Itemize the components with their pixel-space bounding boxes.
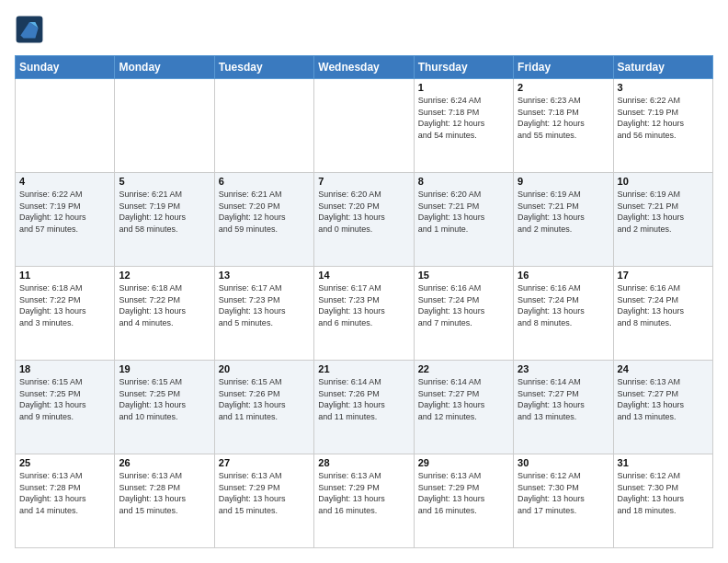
calendar-cell: 27Sunrise: 6:13 AM Sunset: 7:29 PM Dayli…: [214, 454, 313, 548]
day-info: Sunrise: 6:22 AM Sunset: 7:19 PM Dayligh…: [618, 95, 709, 141]
day-number: 28: [318, 457, 409, 468]
day-info: Sunrise: 6:15 AM Sunset: 7:26 PM Dayligh…: [219, 376, 310, 422]
day-info: Sunrise: 6:19 AM Sunset: 7:21 PM Dayligh…: [518, 189, 609, 235]
day-number: 9: [518, 176, 609, 187]
calendar-cell: [115, 79, 214, 173]
day-number: 23: [518, 363, 609, 374]
day-header-thursday: Thursday: [414, 56, 513, 79]
calendar-cell: 29Sunrise: 6:13 AM Sunset: 7:29 PM Dayli…: [414, 454, 513, 548]
calendar-cell: 3Sunrise: 6:22 AM Sunset: 7:19 PM Daylig…: [613, 79, 712, 173]
day-header-friday: Friday: [514, 56, 613, 79]
day-number: 25: [19, 457, 110, 468]
day-header-sunday: Sunday: [16, 56, 115, 79]
day-number: 13: [219, 270, 310, 281]
day-number: 17: [618, 270, 709, 281]
day-number: 15: [418, 270, 509, 281]
calendar-cell: 16Sunrise: 6:16 AM Sunset: 7:24 PM Dayli…: [514, 267, 613, 361]
day-info: Sunrise: 6:15 AM Sunset: 7:25 PM Dayligh…: [119, 376, 210, 422]
calendar-cell: 1Sunrise: 6:24 AM Sunset: 7:18 PM Daylig…: [414, 79, 513, 173]
day-info: Sunrise: 6:17 AM Sunset: 7:23 PM Dayligh…: [219, 282, 310, 328]
day-info: Sunrise: 6:23 AM Sunset: 7:18 PM Dayligh…: [518, 95, 609, 141]
calendar-cell: 7Sunrise: 6:20 AM Sunset: 7:20 PM Daylig…: [314, 173, 414, 267]
day-info: Sunrise: 6:16 AM Sunset: 7:24 PM Dayligh…: [418, 282, 509, 328]
calendar-cell: 5Sunrise: 6:21 AM Sunset: 7:19 PM Daylig…: [115, 173, 214, 267]
day-info: Sunrise: 6:13 AM Sunset: 7:28 PM Dayligh…: [19, 470, 110, 516]
day-info: Sunrise: 6:18 AM Sunset: 7:22 PM Dayligh…: [19, 282, 110, 328]
calendar-cell: 28Sunrise: 6:13 AM Sunset: 7:29 PM Dayli…: [314, 454, 414, 548]
day-info: Sunrise: 6:20 AM Sunset: 7:21 PM Dayligh…: [418, 189, 509, 235]
header: [15, 15, 713, 44]
calendar-header-row: SundayMondayTuesdayWednesdayThursdayFrid…: [16, 56, 713, 79]
calendar-cell: 15Sunrise: 6:16 AM Sunset: 7:24 PM Dayli…: [414, 267, 513, 361]
day-number: 29: [418, 457, 509, 468]
day-info: Sunrise: 6:21 AM Sunset: 7:19 PM Dayligh…: [119, 189, 210, 235]
day-info: Sunrise: 6:12 AM Sunset: 7:30 PM Dayligh…: [618, 470, 709, 516]
day-number: 14: [318, 270, 409, 281]
day-number: 24: [618, 363, 709, 374]
calendar-cell: 14Sunrise: 6:17 AM Sunset: 7:23 PM Dayli…: [314, 267, 414, 361]
day-number: 6: [219, 176, 310, 187]
day-info: Sunrise: 6:12 AM Sunset: 7:30 PM Dayligh…: [518, 470, 609, 516]
day-number: 19: [119, 363, 210, 374]
day-number: 30: [518, 457, 609, 468]
day-info: Sunrise: 6:17 AM Sunset: 7:23 PM Dayligh…: [318, 282, 409, 328]
day-info: Sunrise: 6:24 AM Sunset: 7:18 PM Dayligh…: [418, 95, 509, 141]
day-number: 11: [19, 270, 110, 281]
calendar-cell: 11Sunrise: 6:18 AM Sunset: 7:22 PM Dayli…: [16, 267, 115, 361]
calendar-cell: [314, 79, 414, 173]
calendar-cell: 26Sunrise: 6:13 AM Sunset: 7:28 PM Dayli…: [115, 454, 214, 548]
day-header-monday: Monday: [115, 56, 214, 79]
calendar-cell: 10Sunrise: 6:19 AM Sunset: 7:21 PM Dayli…: [613, 173, 712, 267]
day-number: 2: [518, 82, 609, 93]
day-number: 7: [318, 176, 409, 187]
day-number: 26: [119, 457, 210, 468]
calendar-cell: 24Sunrise: 6:13 AM Sunset: 7:27 PM Dayli…: [613, 361, 712, 454]
day-info: Sunrise: 6:13 AM Sunset: 7:29 PM Dayligh…: [219, 470, 310, 516]
day-info: Sunrise: 6:16 AM Sunset: 7:24 PM Dayligh…: [618, 282, 709, 328]
day-number: 5: [119, 176, 210, 187]
day-info: Sunrise: 6:15 AM Sunset: 7:25 PM Dayligh…: [19, 376, 110, 422]
calendar-cell: 25Sunrise: 6:13 AM Sunset: 7:28 PM Dayli…: [16, 454, 115, 548]
calendar-cell: 19Sunrise: 6:15 AM Sunset: 7:25 PM Dayli…: [115, 361, 214, 454]
calendar-cell: 20Sunrise: 6:15 AM Sunset: 7:26 PM Dayli…: [214, 361, 313, 454]
day-info: Sunrise: 6:22 AM Sunset: 7:19 PM Dayligh…: [19, 189, 110, 235]
page: SundayMondayTuesdayWednesdayThursdayFrid…: [0, 0, 728, 563]
calendar-cell: 17Sunrise: 6:16 AM Sunset: 7:24 PM Dayli…: [613, 267, 712, 361]
calendar-week-2: 4Sunrise: 6:22 AM Sunset: 7:19 PM Daylig…: [16, 173, 713, 267]
day-header-tuesday: Tuesday: [214, 56, 313, 79]
calendar-cell: 9Sunrise: 6:19 AM Sunset: 7:21 PM Daylig…: [514, 173, 613, 267]
day-info: Sunrise: 6:19 AM Sunset: 7:21 PM Dayligh…: [618, 189, 709, 235]
calendar-cell: 13Sunrise: 6:17 AM Sunset: 7:23 PM Dayli…: [214, 267, 313, 361]
calendar-cell: 30Sunrise: 6:12 AM Sunset: 7:30 PM Dayli…: [514, 454, 613, 548]
day-number: 10: [618, 176, 709, 187]
calendar-cell: 21Sunrise: 6:14 AM Sunset: 7:26 PM Dayli…: [314, 361, 414, 454]
day-info: Sunrise: 6:13 AM Sunset: 7:27 PM Dayligh…: [618, 376, 709, 422]
day-header-wednesday: Wednesday: [314, 56, 414, 79]
calendar-cell: 22Sunrise: 6:14 AM Sunset: 7:27 PM Dayli…: [414, 361, 513, 454]
day-info: Sunrise: 6:14 AM Sunset: 7:27 PM Dayligh…: [518, 376, 609, 422]
day-info: Sunrise: 6:20 AM Sunset: 7:20 PM Dayligh…: [318, 189, 409, 235]
calendar-cell: 2Sunrise: 6:23 AM Sunset: 7:18 PM Daylig…: [514, 79, 613, 173]
day-info: Sunrise: 6:16 AM Sunset: 7:24 PM Dayligh…: [518, 282, 609, 328]
calendar-week-3: 11Sunrise: 6:18 AM Sunset: 7:22 PM Dayli…: [16, 267, 713, 361]
calendar-cell: 18Sunrise: 6:15 AM Sunset: 7:25 PM Dayli…: [16, 361, 115, 454]
day-info: Sunrise: 6:13 AM Sunset: 7:29 PM Dayligh…: [318, 470, 409, 516]
day-number: 12: [119, 270, 210, 281]
day-number: 27: [219, 457, 310, 468]
calendar-week-5: 25Sunrise: 6:13 AM Sunset: 7:28 PM Dayli…: [16, 454, 713, 548]
calendar-cell: [214, 79, 313, 173]
day-number: 31: [618, 457, 709, 468]
day-info: Sunrise: 6:21 AM Sunset: 7:20 PM Dayligh…: [219, 189, 310, 235]
logo-icon: [15, 15, 44, 44]
calendar-table: SundayMondayTuesdayWednesdayThursdayFrid…: [15, 55, 713, 548]
calendar-cell: 8Sunrise: 6:20 AM Sunset: 7:21 PM Daylig…: [414, 173, 513, 267]
day-number: 8: [418, 176, 509, 187]
day-number: 3: [618, 82, 709, 93]
day-info: Sunrise: 6:14 AM Sunset: 7:27 PM Dayligh…: [418, 376, 509, 422]
calendar-week-4: 18Sunrise: 6:15 AM Sunset: 7:25 PM Dayli…: [16, 361, 713, 454]
calendar-cell: 12Sunrise: 6:18 AM Sunset: 7:22 PM Dayli…: [115, 267, 214, 361]
logo: [15, 15, 48, 44]
day-number: 21: [318, 363, 409, 374]
day-info: Sunrise: 6:18 AM Sunset: 7:22 PM Dayligh…: [119, 282, 210, 328]
calendar-cell: 23Sunrise: 6:14 AM Sunset: 7:27 PM Dayli…: [514, 361, 613, 454]
